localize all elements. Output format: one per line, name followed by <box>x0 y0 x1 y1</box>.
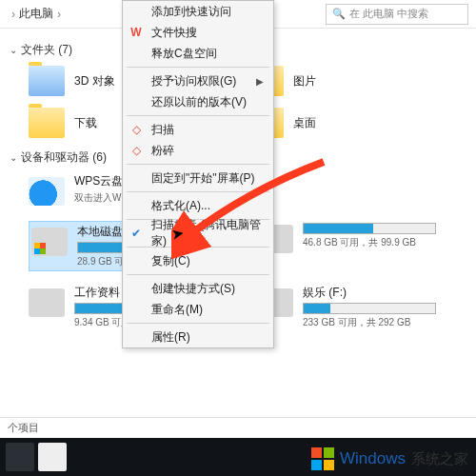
windows-logo-icon <box>311 447 334 470</box>
menu-item[interactable]: 授予访问权限(G)▶ <box>123 70 273 91</box>
breadcrumb[interactable]: › 此电脑 › <box>8 6 65 22</box>
watermark-brand: Windows <box>340 449 406 468</box>
status-text: 个项目 <box>8 422 39 433</box>
section-label: 设备和驱动器 (6) <box>21 149 107 166</box>
menu-item-label: 复制(C) <box>151 253 190 269</box>
menu-item-label: 重命名(M) <box>151 302 203 318</box>
menu-separator <box>127 274 269 275</box>
menu-item-label: 授予访问权限(G) <box>151 73 236 89</box>
menu-item-label: 粉碎 <box>151 143 174 159</box>
drive-icon <box>31 228 68 256</box>
menu-item[interactable]: 格式化(A)... <box>123 195 273 216</box>
menu-separator <box>127 115 269 116</box>
drive-free-text: 233 GB 可用，共 292 GB <box>303 316 457 329</box>
drive-title: 娱乐 (F:) <box>303 285 457 301</box>
menu-item[interactable]: 属性(R) <box>123 327 273 347</box>
menu-item[interactable]: W文件快搜 <box>123 22 273 43</box>
cloud-icon <box>29 177 65 206</box>
menu-item-label: 还原以前的版本(V) <box>151 94 247 110</box>
drive-icon <box>29 288 65 317</box>
menu-item-icon: W <box>129 25 144 40</box>
drive-free-text: 46.8 GB 可用，共 99.9 GB <box>303 236 457 249</box>
folder-icon <box>29 66 65 96</box>
drive-item[interactable]: 46.8 GB 可用，共 99.9 GB <box>257 221 457 271</box>
folder-label: 下载 <box>74 115 97 131</box>
menu-item[interactable]: 还原以前的版本(V) <box>123 91 273 112</box>
menu-separator <box>127 67 269 68</box>
menu-item-icon: ◇ <box>129 143 144 158</box>
caret-down-icon: ⌄ <box>10 152 17 163</box>
submenu-arrow-icon: ▶ <box>256 76 264 87</box>
menu-item-label: 文件快搜 <box>151 25 197 41</box>
menu-item[interactable]: 释放C盘空间 <box>123 43 273 64</box>
watermark-site: 系统之家 <box>411 450 468 468</box>
menu-item[interactable]: ◇粉碎 <box>123 140 273 161</box>
menu-item-label: 创建快捷方式(S) <box>151 281 235 297</box>
watermark: Windows 系统之家 <box>311 447 468 470</box>
menu-item[interactable]: 创建快捷方式(S) <box>123 278 273 299</box>
menu-item-label: 格式化(A)... <box>151 198 210 214</box>
section-label: 文件夹 (7) <box>21 42 72 58</box>
taskbar-item[interactable] <box>38 443 67 471</box>
folder-label: 桌面 <box>293 115 316 131</box>
chevron-right-icon: › <box>11 8 15 21</box>
taskbar: Windows 系统之家 <box>0 438 476 476</box>
folder-icon <box>29 108 65 138</box>
menu-item-icon: ✔ <box>129 226 144 241</box>
search-icon: 🔍 <box>332 8 346 20</box>
drive-item[interactable]: 娱乐 (F:)233 GB 可用，共 292 GB <box>257 285 457 329</box>
drive-usage-bar <box>303 223 436 234</box>
menu-item[interactable]: ✔扫描病毒 (腾讯电脑管家) <box>123 223 273 244</box>
search-input[interactable]: 🔍 在 此电脑 中搜索 <box>326 4 468 25</box>
drive-usage-bar <box>303 303 436 314</box>
taskbar-item[interactable] <box>6 443 34 471</box>
folder-item[interactable]: 桌面 <box>248 108 438 138</box>
menu-separator <box>127 191 269 192</box>
chevron-right-icon: › <box>57 8 61 21</box>
menu-item[interactable]: 添加到快速访问 <box>123 1 273 22</box>
location-text: 此电脑 <box>19 6 53 22</box>
folder-label: 图片 <box>293 73 316 89</box>
menu-item-label: 添加到快速访问 <box>151 4 231 20</box>
context-menu: 添加到快速访问W文件快搜释放C盘空间授予访问权限(G)▶还原以前的版本(V)◇扫… <box>122 0 274 348</box>
menu-item-label: 属性(R) <box>151 329 190 346</box>
status-bar: 个项目 <box>0 417 476 438</box>
caret-down-icon: ⌄ <box>10 45 17 55</box>
menu-item[interactable]: 复制(C) <box>123 250 273 271</box>
menu-item-label: 扫描 <box>151 122 174 138</box>
menu-item-label: 扫描病毒 (腾讯电脑管家) <box>151 217 264 249</box>
folder-label: 3D 对象 <box>74 73 115 89</box>
menu-item[interactable]: ◇扫描 <box>123 119 273 140</box>
menu-item-label: 释放C盘空间 <box>151 46 217 62</box>
search-placeholder: 在 此电脑 中搜索 <box>349 7 428 21</box>
menu-item-icon: ◇ <box>129 122 144 137</box>
menu-separator <box>127 164 269 165</box>
menu-item[interactable]: 固定到"开始"屏幕(P) <box>123 168 273 188</box>
menu-item[interactable]: 重命名(M) <box>123 299 273 320</box>
menu-separator <box>127 323 269 324</box>
folder-item[interactable]: 图片 <box>248 66 438 96</box>
menu-item-label: 固定到"开始"屏幕(P) <box>151 170 255 187</box>
